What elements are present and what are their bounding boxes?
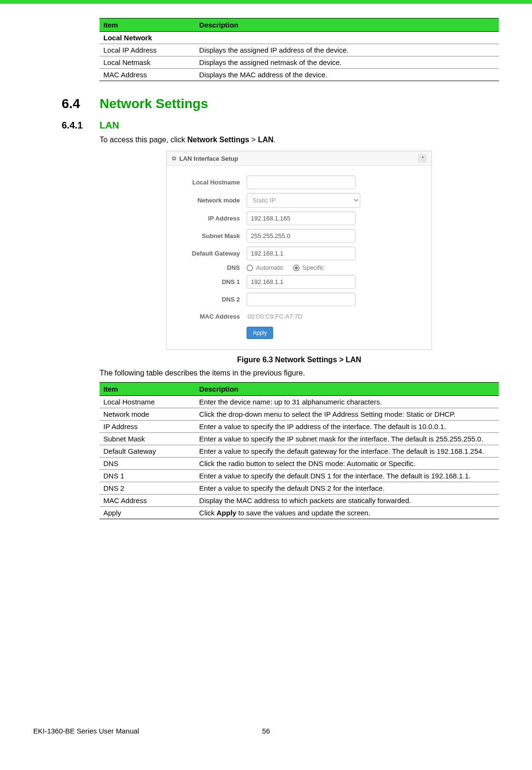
label-subnet: Subnet Mask bbox=[171, 232, 247, 239]
table-row: DNS 2Enter a value to specify the defaul… bbox=[100, 482, 499, 495]
table-row: Network modeClick the drop-down menu to … bbox=[100, 408, 499, 421]
intro-prefix: To access this page, click bbox=[100, 136, 187, 144]
dns-auto-label: Automatic bbox=[256, 264, 284, 271]
dns-specific-label: Specific bbox=[303, 264, 324, 271]
after-figure-text: The following table describes the items … bbox=[100, 369, 499, 377]
figure-caption: Figure 6.3 Network Settings > LAN bbox=[100, 356, 499, 364]
table-row: Local IP Address Displays the assigned I… bbox=[100, 44, 499, 56]
intro-mid: > bbox=[249, 136, 258, 144]
intro-text: To access this page, click Network Setti… bbox=[100, 136, 499, 144]
footer-page-number: 56 bbox=[262, 727, 270, 735]
cell-desc: Displays the assigned netmask of the dev… bbox=[195, 56, 499, 69]
table-row: Local Netmask Displays the assigned netm… bbox=[100, 56, 499, 69]
cell-desc: Displays the MAC address of the device. bbox=[195, 69, 499, 81]
label-ip: IP Address bbox=[171, 215, 247, 222]
ip-address-input[interactable] bbox=[247, 211, 356, 225]
cell-item: MAC Address bbox=[100, 69, 195, 81]
table-row: Subnet MaskEnter a value to specify the … bbox=[100, 433, 499, 445]
table-row: IP AddressEnter a value to specify the I… bbox=[100, 421, 499, 433]
table-row: Local HostnameEnter the device name: up … bbox=[100, 396, 499, 408]
table-row: DNS 1Enter a value to specify the defaul… bbox=[100, 470, 499, 482]
table-row: MAC AddressDisplay the MAC address to wh… bbox=[100, 495, 499, 507]
page-footer: EKI-1360-BE Series User Manual 56 bbox=[33, 727, 499, 735]
network-mode-select[interactable]: Static IP bbox=[247, 193, 360, 208]
lan-interface-panel: ✿ LAN Interface Setup ˄ Local Hostname N… bbox=[166, 151, 432, 350]
subheading-number: 6.4.1 bbox=[62, 120, 100, 131]
table1-section: Local Network bbox=[100, 32, 499, 44]
dns-specific-radio[interactable] bbox=[293, 265, 300, 271]
th-desc: Description bbox=[195, 383, 499, 396]
table-row: DNSClick the radio button to select the … bbox=[100, 458, 499, 470]
dns2-input[interactable] bbox=[247, 293, 356, 306]
label-mac: MAC Address bbox=[171, 313, 247, 320]
table-row: Apply Click Apply to save the values and… bbox=[100, 507, 499, 519]
panel-title: LAN Interface Setup bbox=[179, 155, 238, 162]
label-dns1: DNS 1 bbox=[171, 278, 247, 285]
intro-b1: Network Settings bbox=[187, 136, 249, 144]
th-item: Item bbox=[100, 383, 195, 396]
heading-number: 6.4 bbox=[62, 96, 100, 111]
cell-item: Local IP Address bbox=[100, 44, 195, 56]
dns1-input[interactable] bbox=[247, 275, 356, 289]
hostname-input[interactable] bbox=[247, 175, 356, 189]
footer-left: EKI-1360-BE Series User Manual bbox=[33, 727, 139, 735]
label-netmode: Network mode bbox=[171, 197, 247, 204]
top-accent-bar bbox=[0, 0, 532, 4]
label-dns: DNS bbox=[171, 264, 247, 271]
mac-address-value: 00:D0:C9:FC:A7:7D bbox=[247, 310, 423, 323]
label-dns2: DNS 2 bbox=[171, 296, 247, 303]
label-hostname: Local Hostname bbox=[171, 179, 247, 186]
panel-header: ✿ LAN Interface Setup ˄ bbox=[167, 151, 431, 166]
th-item: Item bbox=[100, 18, 195, 32]
table-row: MAC Address Displays the MAC address of … bbox=[100, 69, 499, 81]
table-lan-fields: Item Description Local HostnameEnter the… bbox=[100, 382, 499, 519]
table-row: Default GatewayEnter a value to specify … bbox=[100, 445, 499, 458]
default-gateway-input[interactable] bbox=[247, 247, 356, 260]
th-desc: Description bbox=[195, 18, 499, 32]
label-gw: Default Gateway bbox=[171, 250, 247, 257]
heading-title: Network Settings bbox=[100, 96, 208, 111]
cell-desc: Displays the assigned IP address of the … bbox=[195, 44, 499, 56]
chevron-up-icon[interactable]: ˄ bbox=[418, 154, 427, 163]
intro-b2: LAN bbox=[258, 136, 274, 144]
cell-item: Local Netmask bbox=[100, 56, 195, 69]
apply-button[interactable]: Apply bbox=[247, 327, 273, 339]
subheading-title: LAN bbox=[100, 120, 119, 131]
gear-icon: ✿ bbox=[172, 155, 176, 162]
table-local-network: Item Description Local Network Local IP … bbox=[100, 18, 499, 81]
dns-auto-radio[interactable] bbox=[247, 265, 253, 271]
intro-suffix: . bbox=[274, 136, 275, 144]
subnet-mask-input[interactable] bbox=[247, 229, 356, 243]
